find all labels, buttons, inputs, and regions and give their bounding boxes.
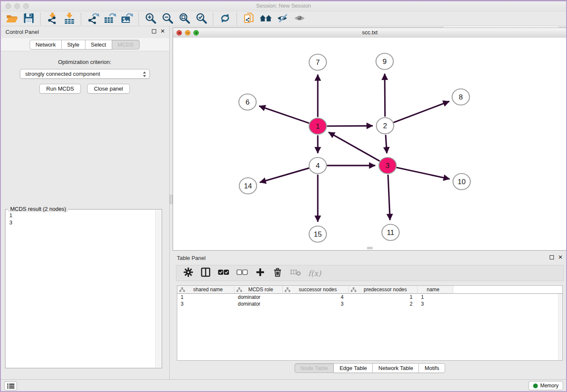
zoom-fit-button[interactable] <box>176 12 193 26</box>
splitter-grip[interactable] <box>170 195 173 204</box>
tab-select[interactable]: Select <box>85 40 112 50</box>
table-cell[interactable]: dominator <box>234 301 283 307</box>
select-all-button[interactable] <box>218 268 229 278</box>
graph-edge-3-11[interactable] <box>388 175 390 221</box>
graph-node-14[interactable]: 14 <box>239 178 257 194</box>
graph-node-9[interactable]: 9 <box>376 53 394 69</box>
table-row[interactable]: 3dominator323 <box>177 301 562 307</box>
optimization-criterion-dropdown[interactable]: strongly connected component <box>20 69 150 79</box>
graph-node-2[interactable]: 2 <box>377 118 394 134</box>
mcds-result-legend: MCDS result (2 nodes) <box>8 206 68 212</box>
column-header-predecessor-nodes[interactable]: predecessor nodes <box>349 286 418 294</box>
close-panel-icon[interactable]: ✕ <box>160 29 165 33</box>
save-session-button[interactable] <box>20 12 37 26</box>
table-cell[interactable]: 1 <box>349 294 418 301</box>
zoom-in-button[interactable] <box>142 12 159 26</box>
network-canvas[interactable]: 7968124314101511 <box>173 38 567 250</box>
clone-network-button[interactable] <box>240 12 257 26</box>
graph-edge-1-6[interactable] <box>259 106 309 123</box>
table-row[interactable]: 1dominator411 <box>177 294 562 301</box>
column-header-shared-name[interactable]: shared name <box>177 286 234 294</box>
graph-edge-2-9[interactable] <box>385 74 385 117</box>
graph-node-6[interactable]: 6 <box>239 94 256 110</box>
columns-icon <box>201 268 210 279</box>
table-close-panel-icon[interactable]: ✕ <box>558 255 563 259</box>
run-mcds-button[interactable]: Run MCDS <box>39 84 81 94</box>
table-float-panel-icon[interactable] <box>550 255 554 259</box>
tab-network-table[interactable]: Network Table <box>373 363 419 373</box>
network-window-titlebar[interactable]: scc.txt <box>173 28 567 38</box>
graph-edge-2-3[interactable] <box>385 135 387 154</box>
tab-style[interactable]: Style <box>62 40 85 50</box>
import-network-button[interactable] <box>44 12 61 26</box>
table-scrollbar[interactable] <box>558 294 562 360</box>
column-header-successor-nodes[interactable]: successor nodes <box>283 286 349 294</box>
node-table[interactable]: shared nameMCDS rolesuccessor nodesprede… <box>177 285 563 361</box>
tab-motifs[interactable]: Motifs <box>419 363 445 373</box>
network-zoom-button[interactable] <box>193 30 199 36</box>
settings-button[interactable] <box>183 268 193 278</box>
result-scrollbar[interactable] <box>155 210 161 367</box>
minimize-window-button[interactable] <box>14 3 20 9</box>
function-builder-button[interactable]: f(x) <box>308 268 321 278</box>
graph-node-10[interactable]: 10 <box>453 174 471 190</box>
graph-node-15[interactable]: 15 <box>309 226 327 242</box>
graph-edge-1-2[interactable] <box>327 126 373 126</box>
hide-details-button[interactable] <box>274 12 291 26</box>
delete-table-button[interactable] <box>290 268 301 278</box>
table-cell[interactable]: 1 <box>418 294 453 301</box>
network-graph[interactable]: 7968124314101511 <box>173 38 567 250</box>
graph-node-8[interactable]: 8 <box>452 89 470 105</box>
float-panel-icon[interactable] <box>152 29 156 33</box>
refresh-button[interactable] <box>217 12 234 26</box>
table-cell[interactable]: 3 <box>418 301 453 307</box>
graph-node-4[interactable]: 4 <box>309 157 327 174</box>
tab-network[interactable]: Network <box>30 40 62 50</box>
task-history-button[interactable] <box>4 381 17 390</box>
table-cell[interactable]: 3 <box>177 301 234 307</box>
close-panel-button[interactable]: Close panel <box>87 84 130 94</box>
open-session-icon <box>6 12 18 26</box>
delete-button[interactable] <box>272 268 283 278</box>
zoom-selected-button[interactable] <box>193 12 210 26</box>
graph-edge-2-8[interactable] <box>394 101 449 122</box>
graph-edge-3-1[interactable] <box>328 132 380 161</box>
show-details-button[interactable] <box>291 12 308 26</box>
deselect-all-button[interactable] <box>237 268 248 278</box>
toolbar-separator <box>81 13 82 25</box>
tab-mcds[interactable]: MCDS <box>112 40 140 50</box>
add-button[interactable] <box>255 268 265 278</box>
graph-node-3[interactable]: 3 <box>379 157 396 174</box>
graph-edge-4-14[interactable] <box>260 168 309 182</box>
columns-button[interactable] <box>201 268 211 278</box>
open-session-button[interactable] <box>3 12 20 26</box>
graph-edge-3-10[interactable] <box>396 168 450 179</box>
home-button[interactable] <box>257 12 274 26</box>
import-table-button[interactable] <box>61 12 78 26</box>
tab-node-table[interactable]: Node Table <box>295 363 334 373</box>
close-window-button[interactable] <box>6 3 11 9</box>
zoom-out-button[interactable] <box>159 12 176 26</box>
graph-node-7[interactable]: 7 <box>309 54 327 70</box>
table-cell[interactable]: dominator <box>234 294 283 301</box>
graph-node-11[interactable]: 11 <box>382 224 399 240</box>
table-cell[interactable]: 2 <box>349 301 418 307</box>
network-minimize-button[interactable] <box>185 30 190 36</box>
export-table-button[interactable] <box>102 12 118 26</box>
table-cell[interactable]: 4 <box>283 294 349 301</box>
zoom-window-button[interactable] <box>23 3 29 9</box>
panel-splitter[interactable] <box>170 26 173 379</box>
network-close-button[interactable] <box>176 30 182 36</box>
column-header-MCDS-role[interactable]: MCDS role <box>234 286 283 294</box>
export-image-button[interactable] <box>118 12 135 26</box>
memory-button[interactable]: Memory <box>528 381 563 390</box>
canvas-resize-grip[interactable] <box>367 247 373 249</box>
column-header-name[interactable]: name <box>418 286 453 294</box>
table-cell[interactable]: 1 <box>177 294 234 301</box>
export-network-button[interactable] <box>85 12 102 26</box>
toolbar-icon-strip <box>3 12 308 26</box>
tab-edge-table[interactable]: Edge Table <box>334 363 373 373</box>
graph-node-1[interactable]: 1 <box>309 118 327 134</box>
mcds-result-box[interactable]: MCDS result (2 nodes) 13 <box>5 209 162 368</box>
table-cell[interactable]: 3 <box>283 301 349 307</box>
